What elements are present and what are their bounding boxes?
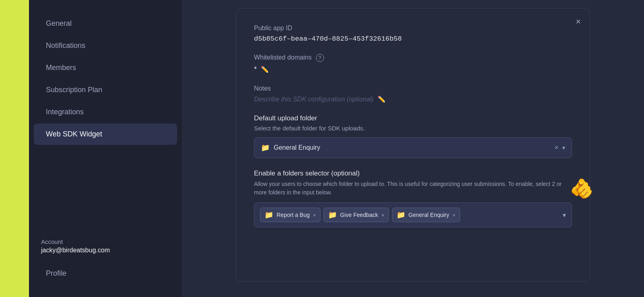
sidebar-item-notifications[interactable]: Notifications [34,35,177,56]
remove-give-feedback-button[interactable]: × [381,212,384,218]
help-icon[interactable]: ? [316,54,324,62]
enable-folders-label: Enable a folders selector (optional) [254,169,572,177]
folder-tag-report-bug: 📁 Report a Bug × [260,208,320,222]
sidebar-item-profile[interactable]: Profile [34,263,177,284]
cursor-hand-icon: 🫵 [570,177,594,200]
sidebar-item-subscription[interactable]: Subscription Plan [34,79,177,101]
folder-icon: 📁 [264,210,273,219]
default-folder-value: 📁 General Enquiry [261,143,320,152]
account-label: Account [41,238,170,245]
whitelisted-domains-row: * ✏️ [254,65,572,74]
whitelisted-domains-label: Whitelisted domains ? [254,54,572,62]
sidebar-nav: General Notifications Members Subscripti… [29,12,182,222]
folder-icon: 📁 [261,143,270,152]
edit-notes-icon[interactable]: ✏️ [378,95,386,103]
folder-tag-give-feedback: 📁 Give Feedback × [324,208,389,222]
public-app-id-label: Public app ID [254,25,572,32]
account-email: jacky@birdeatsbug.com [41,247,170,254]
folder-icon: 📁 [328,210,337,219]
multi-select-chevron-icon[interactable]: ▾ [563,211,566,219]
upload-folder-sublabel: Select the default folder for SDK upload… [254,125,572,132]
sidebar: General Notifications Members Subscripti… [29,0,182,297]
enable-folders-sublabel: Allow your users to choose which folder … [254,180,572,197]
folder-tags: 📁 Report a Bug × 📁 Give Feedback × 📁 Gen… [260,208,559,222]
clear-folder-button[interactable]: × [555,144,558,151]
remove-report-bug-button[interactable]: × [313,212,316,218]
sidebar-item-integrations[interactable]: Integrations [34,101,177,123]
close-button[interactable]: × [576,17,581,26]
folder-select-controls: × ▾ [555,144,565,151]
public-app-id-value: d5b85c6f–beaa–470d–8825–453f32616b58 [254,35,572,43]
multi-folder-select[interactable]: 📁 Report a Bug × 📁 Give Feedback × 📁 Gen… [254,202,572,227]
panel: × Public app ID d5b85c6f–beaa–470d–8825–… [236,8,590,282]
edit-whitelisted-icon[interactable]: ✏️ [261,66,269,73]
accent-bar [0,0,29,297]
main-content: × Public app ID d5b85c6f–beaa–470d–8825–… [182,0,644,297]
chevron-down-icon: ▾ [562,144,565,151]
upload-folder-label: Default upload folder [254,114,572,122]
notes-label: Notes [254,85,572,92]
remove-general-enquiry-button[interactable]: × [452,212,456,218]
sidebar-account: Account jacky@birdeatsbug.com [29,230,182,262]
sidebar-item-web-sdk-widget[interactable]: Web SDK Widget [34,124,177,145]
folder-icon: 📁 [396,210,405,219]
default-folder-select[interactable]: 📁 General Enquiry × ▾ [254,137,572,158]
sidebar-item-members[interactable]: Members [34,57,177,78]
folder-tag-general-enquiry: 📁 General Enquiry × [392,208,460,222]
sidebar-item-general[interactable]: General [34,13,177,34]
notes-row: Describe this SDK configuration (optiona… [254,95,572,103]
whitelisted-asterisk: * [254,65,257,74]
notes-placeholder: Describe this SDK configuration (optiona… [254,96,374,103]
